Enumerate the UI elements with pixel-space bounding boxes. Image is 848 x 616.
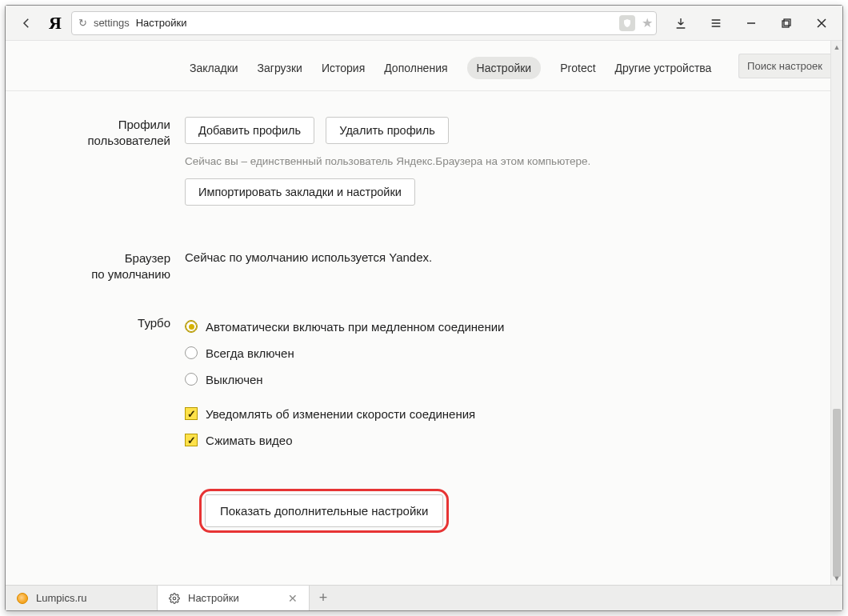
window-minimize-button[interactable] <box>734 11 769 35</box>
radio-icon <box>185 373 198 386</box>
window-close-button[interactable] <box>804 11 839 35</box>
svg-point-2 <box>173 597 176 600</box>
radio-icon <box>185 320 198 333</box>
section-default-browser: Браузер по умолчанию Сейчас по умолчанию… <box>6 212 830 283</box>
add-profile-button[interactable]: Добавить профиль <box>185 117 314 144</box>
new-tab-button[interactable]: + <box>310 586 337 610</box>
remove-profile-button[interactable]: Удалить профиль <box>326 117 448 144</box>
tab-bar: Lumpics.ru Настройки ✕ + <box>6 585 842 610</box>
turbo-radio-off[interactable]: Выключен <box>185 373 811 386</box>
checkbox-label: Уведомлять об изменении скорости соедине… <box>206 407 475 421</box>
section-label: по умолчанию <box>91 267 170 281</box>
browser-window: Я ↻ settings Настройки ★ <box>5 5 843 611</box>
tab-settings[interactable]: Настройки ✕ <box>158 586 310 610</box>
checkbox-icon <box>185 434 198 446</box>
bookmark-star-icon[interactable]: ★ <box>642 15 653 30</box>
checkbox-label: Сжимать видео <box>206 434 293 447</box>
radio-label: Выключен <box>206 373 263 386</box>
turbo-radio-always[interactable]: Всегда включен <box>185 346 811 360</box>
nav-downloads[interactable]: Загрузки <box>258 62 302 74</box>
profiles-hint: Сейчас вы – единственный пользователь Ян… <box>185 155 811 167</box>
section-label: Браузер <box>125 251 170 265</box>
section-label: Профили <box>118 118 170 131</box>
section-label: пользователей <box>87 134 170 147</box>
radio-label: Автоматически включать при медленном сое… <box>206 320 504 334</box>
svg-rect-0 <box>782 21 789 27</box>
address-bar[interactable]: ↻ settings Настройки ★ <box>71 11 657 35</box>
gear-icon <box>169 593 180 604</box>
show-advanced-settings-button[interactable]: Показать дополнительные настройки <box>205 494 443 527</box>
address-key: settings <box>94 17 130 29</box>
svg-rect-1 <box>784 19 790 26</box>
nav-history[interactable]: История <box>322 62 365 74</box>
downloads-button[interactable] <box>663 11 698 35</box>
scroll-thumb[interactable] <box>833 409 841 577</box>
section-profiles: Профили пользователей Добавить профиль У… <box>6 91 830 212</box>
settings-page: Закладки Загрузки История Дополнения Нас… <box>6 41 830 585</box>
turbo-check-notify[interactable]: Уведомлять об изменении скорости соедине… <box>185 407 811 421</box>
back-button[interactable] <box>12 11 41 35</box>
close-icon[interactable]: ✕ <box>288 592 298 605</box>
default-browser-text: Сейчас по умолчанию используется Yandex. <box>185 250 811 264</box>
search-settings-input[interactable]: Поиск настроек <box>738 54 830 78</box>
turbo-radio-auto[interactable]: Автоматически включать при медленном сое… <box>185 320 811 334</box>
checkbox-icon <box>185 407 198 420</box>
section-turbo: Турбо Автоматически включать при медленн… <box>6 283 830 460</box>
scroll-up-icon[interactable]: ▲ <box>831 41 842 54</box>
turbo-check-compress-video[interactable]: Сжимать видео <box>185 434 811 447</box>
radio-icon <box>185 346 198 359</box>
radio-label: Всегда включен <box>206 346 294 360</box>
yandex-logo[interactable]: Я <box>49 13 62 34</box>
highlight-callout: Показать дополнительные настройки <box>199 489 449 533</box>
address-title: Настройки <box>136 17 187 29</box>
window-maximize-button[interactable] <box>769 11 804 35</box>
tab-title: Lumpics.ru <box>36 592 87 604</box>
menu-button[interactable] <box>698 11 734 35</box>
nav-protect[interactable]: Protect <box>560 62 595 74</box>
nav-devices[interactable]: Другие устройства <box>615 62 712 74</box>
reload-icon[interactable]: ↻ <box>78 17 87 29</box>
scrollbar[interactable]: ▲ ▼ <box>830 41 842 585</box>
tab-lumpics[interactable]: Lumpics.ru <box>6 586 158 610</box>
import-bookmarks-button[interactable]: Импортировать закладки и настройки <box>185 178 415 206</box>
orange-dot-icon <box>17 593 28 604</box>
shield-icon[interactable] <box>619 15 635 31</box>
nav-settings[interactable]: Настройки <box>467 57 542 79</box>
nav-bookmarks[interactable]: Закладки <box>190 62 238 74</box>
scroll-down-icon[interactable]: ▼ <box>831 572 842 585</box>
tab-title: Настройки <box>188 592 239 604</box>
nav-addons[interactable]: Дополнения <box>384 62 447 74</box>
section-label: Турбо <box>138 316 170 330</box>
titlebar: Я ↻ settings Настройки ★ <box>6 6 842 41</box>
settings-nav: Закладки Загрузки История Дополнения Нас… <box>6 41 830 91</box>
